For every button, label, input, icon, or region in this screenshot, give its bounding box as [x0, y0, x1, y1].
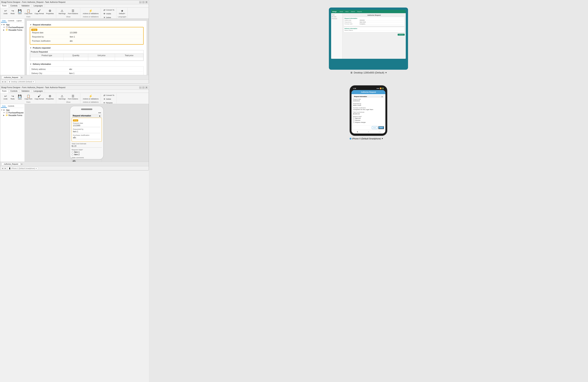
main-layout: Bizagi Forms Designer - Form: Authorize_…	[0, 0, 588, 382]
tree-purchase-request-bottom[interactable]: ▼ 📋 PurchaseRequest	[3, 111, 24, 114]
top-tab-add[interactable]: +	[21, 76, 23, 79]
properties-button[interactable]: ⚙ Properties	[45, 8, 55, 15]
bottom-minimize-button[interactable]: —	[139, 86, 142, 89]
phone-nav-home-icon[interactable]: ⌂	[368, 131, 369, 133]
mobile-total-cost-label: Total Cost Estimate	[72, 143, 102, 145]
phone-rejected-radio[interactable]: Rejected	[353, 120, 384, 121]
screen-requested-by-val: Adam Smith	[359, 21, 404, 23]
bottom-properties-button[interactable]: ⚙ Properties	[45, 94, 55, 101]
top-device-selector[interactable]: 🖥 Desktop 1280x800 (Default) ▾	[7, 80, 35, 83]
status-nav-right[interactable]: ►	[4, 81, 6, 83]
sidebar-tab-data-top[interactable]: Data	[1, 20, 7, 22]
bottom-undo-label: Undo	[3, 98, 8, 100]
bottom-status-nav-left[interactable]: ◄	[2, 167, 3, 169]
tab-validation[interactable]: Validation	[20, 4, 32, 7]
request-info-collapse[interactable]: ▼	[30, 24, 32, 26]
bottom-copy-format-button[interactable]: 🖌 Copy format	[34, 94, 45, 101]
bottom-warnings-button[interactable]: ⚠ Warnings	[58, 94, 67, 101]
languages-group-label: Languages	[118, 16, 126, 18]
bottom-status-nav-right[interactable]: ►	[4, 167, 6, 169]
phone-section-header[interactable]: Request information ▲	[353, 95, 384, 98]
bottom-save-button[interactable]: 💾 Save	[16, 94, 23, 101]
bottom-actions-button[interactable]: ⚡ Actions & Validations	[82, 94, 100, 101]
tab-languages[interactable]: Languages	[32, 4, 45, 7]
mobile-section-header[interactable]: Request information ▲	[72, 114, 102, 118]
actions-icon: ⚡	[89, 9, 93, 13]
bottom-maximize-button[interactable]: □	[142, 86, 145, 89]
bottom-copy-from-icon: 📋	[27, 94, 30, 98]
default-plus-button[interactable]: ★ Default+	[118, 8, 126, 15]
bottom-tab-1[interactable]: Authorize_Request	[2, 162, 20, 166]
bottom-undo-button[interactable]: ↩ Undo	[2, 94, 9, 101]
undo-button[interactable]: ↩ Undo	[2, 8, 9, 15]
phone-save-button[interactable]: Save	[372, 126, 378, 129]
tab-validation-bottom[interactable]: Validation	[20, 90, 32, 93]
phone-requires-circle	[353, 121, 355, 123]
bottom-tab-add[interactable]: +	[21, 162, 23, 166]
bottom-actions-icon: ⚡	[89, 94, 93, 98]
bottom-form-buttons-button[interactable]: ☰ Form Buttons	[67, 94, 79, 101]
tab-form[interactable]: Form	[0, 4, 8, 8]
warnings-button[interactable]: ⚠ Warnings	[58, 8, 67, 15]
tab-languages-bottom[interactable]: Languages	[32, 90, 45, 93]
bottom-close-button[interactable]: ✕	[145, 86, 147, 89]
bottom-properties-label: Properties	[46, 98, 54, 100]
delivery-city-value: Item 1	[68, 72, 143, 75]
form-buttons-label: Form Buttons	[68, 13, 78, 15]
bottom-convert-to-button[interactable]: ⇄ Convert To	[102, 94, 115, 97]
sidebar-tab-data-bottom[interactable]: Data	[1, 105, 7, 108]
bottom-purchase-label: PurchaseRequest	[8, 112, 23, 114]
mobile-radio-1[interactable]: Item 1	[72, 151, 102, 153]
form-buttons-button[interactable]: ☰ Form Buttons	[67, 8, 79, 15]
status-nav-left[interactable]: ◄	[2, 81, 3, 83]
tab-controls-bottom[interactable]: Controls	[8, 90, 20, 93]
tree-app-bottom[interactable]: ▼ ● App	[1, 109, 24, 111]
phone-requires-changes-radio[interactable]: Requires changes	[353, 121, 384, 123]
bottom-copy-from-button[interactable]: 📋 Copy from	[23, 94, 33, 101]
phone-next-button[interactable]: Next	[378, 126, 384, 129]
mobile-state-comments-value[interactable]: aBc	[72, 159, 102, 161]
minimize-button[interactable]: —	[139, 1, 142, 3]
bottom-redo-button[interactable]: ↪ Redo	[9, 94, 16, 101]
tab-controls-top[interactable]: Controls	[8, 4, 20, 7]
sidebar-tab-controls-bottom[interactable]: Controls	[7, 105, 16, 108]
sidebar-tab-controls-top[interactable]: Controls	[7, 20, 16, 22]
tree-app-top[interactable]: ▼ ● App	[1, 23, 24, 26]
phone-nav-apps-icon[interactable]: ⬚	[379, 131, 380, 133]
desktop-chevron-icon[interactable]: ▾	[385, 71, 387, 74]
sidebar-tab-layout-top[interactable]: Layout	[16, 20, 23, 22]
phone-approved-radio[interactable]: Approved	[353, 117, 384, 119]
bottom-convert-label: Convert To	[106, 94, 114, 96]
screen-nav-items: Home Inbox Search Reports	[339, 11, 363, 12]
phone-nav-back-icon[interactable]: ◄	[356, 131, 358, 133]
tree-purchase-request-top[interactable]: ▼ 📋 PurchaseRequest	[3, 26, 24, 29]
actions-validations-button[interactable]: ⚡ Actions & Validations	[82, 8, 100, 15]
redo-icon: ↪	[11, 9, 15, 13]
tree-reusable-forms-top[interactable]: ▶ 📁 Reusable Forms	[3, 29, 24, 31]
maximize-button[interactable]: □	[142, 1, 145, 3]
tree-app-label: App	[6, 24, 10, 26]
visible-button[interactable]: 👁 Visible	[102, 12, 115, 16]
mobile-requested-by-value: Item 1	[73, 131, 101, 133]
visible-label: Visible	[106, 13, 111, 15]
top-tab-1[interactable]: Authorize_Request	[2, 76, 20, 79]
top-sidebar: Data Controls Layout ▼ ● App ▼ 📋 Purchas	[0, 19, 25, 75]
close-button[interactable]: ✕	[145, 1, 147, 3]
copy-format-button[interactable]: 🖌 Copy format	[34, 8, 45, 15]
copy-from-button[interactable]: 📋 Copy from	[23, 8, 33, 15]
phone-chevron-icon[interactable]: ▾	[382, 137, 383, 140]
tab-form-bottom[interactable]: Form	[0, 90, 8, 93]
bottom-device-selector[interactable]: 📱 iPhone X (Default Smartphone) ▾	[7, 167, 38, 170]
screen-authorize-button[interactable]: Authorize	[398, 34, 405, 36]
mobile-radio-2[interactable]: Item 2	[72, 154, 102, 156]
actions-group-buttons: ⚡ Actions & Validations	[82, 8, 100, 15]
bottom-properties-icon: ⚙	[48, 94, 52, 98]
save-button[interactable]: 💾 Save	[16, 8, 23, 15]
convert-to-button[interactable]: ⇄ Convert To	[102, 8, 115, 12]
redo-button[interactable]: ↪ Redo	[9, 8, 16, 15]
delivery-collapse[interactable]: ▼	[30, 63, 32, 65]
bottom-delete-button[interactable]: ✕ Delete	[102, 97, 115, 101]
mobile-total-cost-value: $1.23	[72, 145, 102, 148]
tree-reusable-forms-bottom[interactable]: ▶ 📁 Reusable Forms	[3, 114, 24, 117]
products-collapse[interactable]: ▼	[30, 47, 32, 49]
